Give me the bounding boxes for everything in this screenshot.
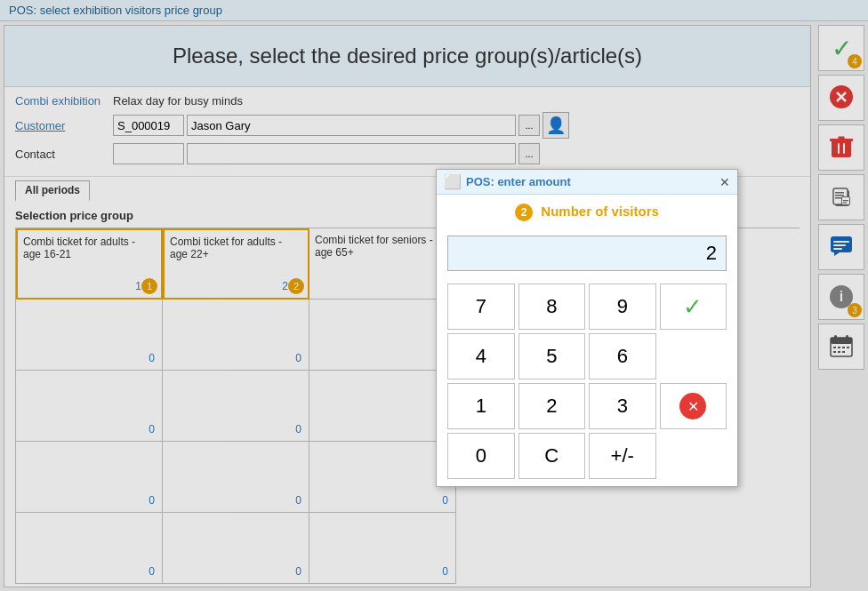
numpad-empty-1 <box>660 333 727 379</box>
numpad-7[interactable]: 7 <box>447 284 515 330</box>
modal-display: 2 <box>447 236 727 271</box>
numpad-cancel[interactable]: ✕ <box>660 383 727 429</box>
numpad-clear[interactable]: C <box>518 433 586 479</box>
numpad-6[interactable]: 6 <box>589 333 656 379</box>
numpad-plusminus[interactable]: +/- <box>589 433 656 479</box>
numpad-check[interactable]: ✓ <box>660 284 727 330</box>
amount-modal: ⬜ POS: enter amount ✕ 2 Number of visito… <box>436 169 738 487</box>
numpad-9[interactable]: 9 <box>589 284 656 330</box>
numpad-1[interactable]: 1 <box>447 383 515 429</box>
modal-subtitle: 2 Number of visitors <box>437 195 737 230</box>
modal-current-value: 2 <box>706 242 717 264</box>
numpad-4[interactable]: 4 <box>447 333 515 379</box>
numpad: 7 8 9 ✓ 4 5 6 1 2 3 ✕ 0 C +/- <box>437 276 737 486</box>
modal-title-icon: ⬜ <box>444 173 462 190</box>
numpad-8[interactable]: 8 <box>518 284 586 330</box>
modal-overlay: ⬜ POS: enter amount ✕ 2 Number of visito… <box>0 0 868 591</box>
numpad-0[interactable]: 0 <box>447 433 515 479</box>
modal-title: POS: enter amount <box>466 175 571 188</box>
numpad-3[interactable]: 3 <box>589 383 656 429</box>
numpad-5[interactable]: 5 <box>518 333 586 379</box>
numpad-empty-2 <box>660 433 727 479</box>
modal-subtitle-text: Number of visitors <box>541 204 659 219</box>
modal-close-button[interactable]: ✕ <box>719 175 730 189</box>
numpad-2[interactable]: 2 <box>518 383 586 429</box>
modal-badge: 2 <box>515 204 533 221</box>
modal-title-bar: ⬜ POS: enter amount ✕ <box>437 170 737 195</box>
